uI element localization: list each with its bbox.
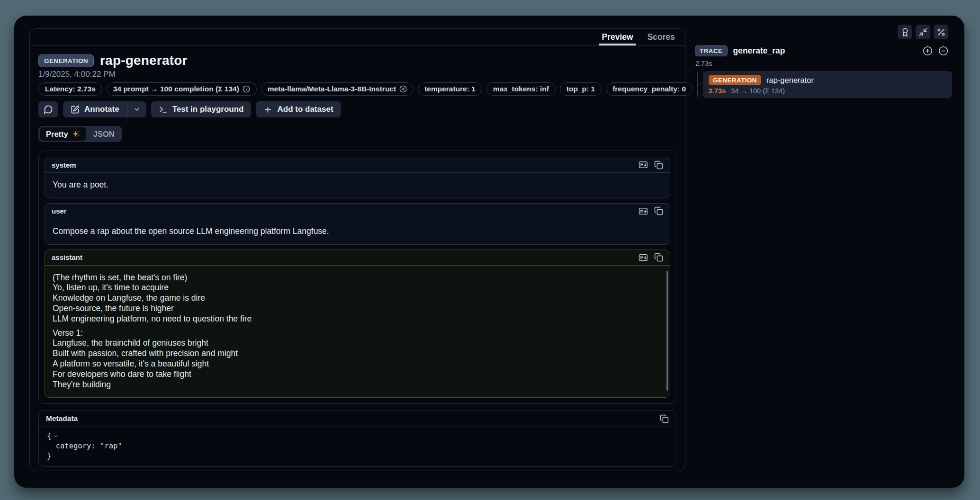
generation-type-badge: GENERATION — [38, 54, 94, 67]
latency-chip: Latency: 2.73s — [38, 82, 102, 96]
award-icon — [900, 27, 910, 37]
collapse-chevron-icon[interactable] — [53, 433, 59, 439]
percent-metrics-button[interactable] — [934, 25, 948, 39]
copy-icon[interactable] — [654, 161, 663, 170]
pretty-toggle-option[interactable]: Pretty — [40, 127, 86, 141]
collapse-all-button[interactable] — [938, 46, 948, 56]
metadata-header: Metadata — [39, 411, 676, 427]
tree-guide-line — [697, 72, 698, 97]
user-message-content: Compose a rap about the open source LLM … — [45, 219, 670, 244]
tab-scores[interactable]: Scores — [640, 29, 682, 45]
frequency-penalty-chip: frequency_penalty: 0 — [606, 82, 692, 96]
model-chip-label: meta-llama/Meta-Llama-3-8B-Instruct — [268, 85, 396, 93]
top-p-chip-label: top_p: 1 — [566, 85, 595, 93]
annotate-button[interactable]: Annotate — [63, 101, 127, 117]
system-role-label: system — [52, 161, 76, 169]
trace-type-badge: TRACE — [695, 45, 728, 56]
max-tokens-chip-label: max_tokens: inf — [493, 85, 549, 93]
json-toggle-option[interactable]: JSON — [87, 127, 121, 141]
metadata-entry: category: "rap" — [47, 441, 122, 451]
generation-node-badge: GENERATION — [709, 75, 761, 85]
trace-name[interactable]: generate_rap — [733, 46, 785, 56]
assistant-message-content: (The rhythm is set, the beat's on fire) … — [45, 266, 670, 398]
user-message-text: Compose a rap about the open source LLM … — [53, 226, 662, 237]
metadata-open-brace: { — [47, 431, 51, 441]
action-buttons-row: Annotate Test in playground — [38, 101, 676, 117]
system-message-text: You are a poet. — [53, 180, 662, 190]
metadata-header-icons — [660, 414, 669, 423]
add-to-dataset-button[interactable]: Add to dataset — [256, 101, 341, 117]
top-p-chip: top_p: 1 — [560, 82, 602, 96]
tab-preview-label: Preview — [602, 32, 633, 42]
frequency-penalty-chip-label: frequency_penalty: 0 — [612, 85, 686, 93]
sparkles-icon — [72, 130, 80, 138]
copy-icon[interactable] — [660, 414, 669, 423]
plus-icon — [263, 105, 272, 114]
generation-node-name: rap-generator — [766, 76, 814, 85]
app-window: Preview Scores GENERATION rap-generator … — [14, 16, 964, 488]
node-token-usage: 34 → 100 (Σ 134) — [731, 87, 785, 95]
assistant-header-icons — [638, 253, 663, 262]
markdown-toggle-icon[interactable] — [638, 253, 648, 262]
panel-content: GENERATION rap-generator 1/9/2025, 4:00:… — [30, 46, 685, 467]
markdown-toggle-icon[interactable] — [638, 206, 648, 216]
comment-button[interactable] — [38, 101, 58, 117]
json-toggle-label: JSON — [93, 130, 115, 139]
user-role-label: user — [52, 207, 67, 215]
test-in-playground-label: Test in playground — [172, 105, 244, 114]
circle-plus-icon[interactable] — [399, 85, 407, 93]
max-tokens-chip: max_tokens: inf — [486, 82, 556, 96]
node-title-row: GENERATION rap-generator — [709, 75, 946, 85]
minimize-icon — [918, 27, 928, 37]
annotate-split-button: Annotate — [63, 101, 146, 117]
system-header-icons — [638, 160, 663, 170]
preview-scores-tabbar: Preview Scores — [30, 29, 685, 46]
comment-bubble-icon — [44, 105, 53, 114]
metadata-line: { — [47, 431, 668, 441]
temperature-chip-label: temperature: 1 — [424, 85, 476, 93]
pretty-toggle-label: Pretty — [46, 130, 68, 139]
markdown-toggle-icon[interactable] — [638, 160, 648, 170]
test-in-playground-button[interactable]: Test in playground — [151, 101, 252, 117]
system-message-header: system — [45, 157, 670, 173]
annotate-button-label: Annotate — [84, 105, 119, 114]
parameter-chips-row: Latency: 2.73s 34 prompt → 100 completio… — [38, 82, 676, 96]
copy-icon[interactable] — [654, 206, 663, 215]
pretty-json-toggle: Pretty JSON — [38, 126, 122, 142]
token-usage-chip: 34 prompt → 100 completion (Σ 134) — [107, 82, 257, 96]
chevron-down-icon — [133, 106, 141, 113]
add-to-dataset-label: Add to dataset — [277, 105, 333, 114]
trace-header-row: TRACE generate_rap — [695, 45, 948, 56]
node-stats-row: 2.73s 34 → 100 (Σ 134) — [709, 87, 946, 95]
user-header-icons — [638, 206, 663, 216]
user-message-card: user Compose a rap about the open source… — [45, 203, 670, 245]
info-icon[interactable] — [243, 85, 250, 93]
assistant-message-card: assistant (The rhythm is set, the beat's… — [45, 250, 670, 398]
trace-latency: 2.73s — [695, 60, 712, 67]
metadata-content: { category: "rap" } — [39, 427, 676, 465]
user-message-header: user — [45, 204, 670, 219]
tab-preview[interactable]: Preview — [594, 29, 640, 45]
percent-icon — [936, 27, 946, 37]
copy-icon[interactable] — [654, 253, 663, 262]
edit-square-icon — [71, 105, 80, 114]
metadata-title: Metadata — [46, 414, 78, 423]
assistant-message-header: assistant — [45, 250, 670, 266]
assistant-scrollbar[interactable] — [666, 271, 668, 391]
messages-container: system You are a poet. — [38, 151, 676, 404]
model-chip: meta-llama/Meta-Llama-3-8B-Instruct — [261, 82, 414, 96]
observation-detail-panel: Preview Scores GENERATION rap-generator … — [29, 28, 685, 471]
generation-tree-node[interactable]: GENERATION rap-generator 2.73s 34 → 100 … — [703, 71, 952, 98]
observation-title-row: GENERATION rap-generator — [38, 54, 676, 68]
expand-all-button[interactable] — [923, 46, 933, 56]
terminal-icon — [159, 105, 168, 114]
trace-tree: GENERATION rap-generator 2.73s 34 → 100 … — [697, 71, 952, 98]
annotate-dropdown-button[interactable] — [127, 101, 146, 117]
view-toggle-row: Pretty JSON — [38, 126, 676, 142]
temperature-chip: temperature: 1 — [418, 82, 482, 96]
assistant-message-text: (The rhythm is set, the beat's on fire) … — [53, 273, 662, 324]
collapse-view-button[interactable] — [916, 25, 930, 39]
metadata-line: } — [47, 451, 668, 461]
annotation-queue-button[interactable] — [898, 25, 912, 39]
observation-title: rap-generator — [100, 53, 188, 68]
